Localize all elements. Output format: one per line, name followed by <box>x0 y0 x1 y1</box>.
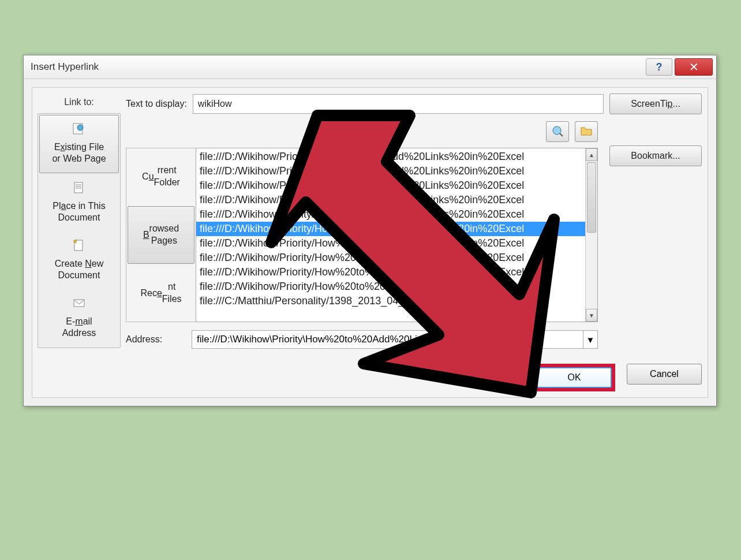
file-item[interactable]: file:///D:/Wikihow/Priority/How%20to%20A… <box>196 193 585 207</box>
link-to-column: Link to: Existing Fileor Web Page Place … <box>38 94 120 391</box>
scroll-track[interactable] <box>586 161 597 309</box>
file-item[interactable]: file:///D:/Wikihow/Priority/How%20to%20A… <box>196 279 585 294</box>
close-icon: ✕ <box>689 60 699 74</box>
link-opt-label: Create NewDocument <box>55 258 103 281</box>
scroll-thumb[interactable] <box>587 162 596 233</box>
file-list-container: file:///D:/Wikihow/Priority/How%20to%20A… <box>196 148 598 322</box>
dialog-title: Insert Hyperlink <box>31 61 99 73</box>
address-dropdown-button[interactable]: ▼ <box>583 331 597 348</box>
bookmark-button[interactable]: Bookmark... <box>609 145 702 166</box>
insert-hyperlink-dialog: Insert Hyperlink ? ✕ Link to: Existin <box>23 55 717 406</box>
lookin-and-side-row: CurrentFolder BrowsedPages RecentFiles f… <box>126 120 702 349</box>
web-page-icon <box>72 122 86 138</box>
side-buttons-col: Bookmark... <box>604 120 702 166</box>
address-row: Address: ▼ <box>126 330 598 349</box>
text-to-display-input[interactable] <box>193 94 604 114</box>
new-document-icon <box>72 239 86 255</box>
link-opt-place-in-doc[interactable]: Place in ThisDocument <box>38 174 120 232</box>
chevron-down-icon: ▼ <box>586 335 595 345</box>
address-input[interactable] <box>192 331 583 348</box>
titlebar-buttons: ? ✕ <box>646 55 716 79</box>
svg-point-5 <box>553 126 561 135</box>
scroll-down-button[interactable]: ▼ <box>586 309 597 322</box>
globe-search-icon <box>551 125 564 139</box>
browse-tabs: CurrentFolder BrowsedPages RecentFiles <box>126 148 196 322</box>
main-column: Text to display: ScreenTip... <box>126 94 702 391</box>
link-opt-existing-file[interactable]: Existing Fileor Web Page <box>39 115 119 173</box>
browse-area: CurrentFolder BrowsedPages RecentFiles f… <box>126 148 598 322</box>
svg-rect-2 <box>74 182 83 193</box>
help-icon: ? <box>656 61 663 73</box>
link-opt-label: Existing Fileor Web Page <box>52 141 106 165</box>
file-item[interactable]: file:///D:/Wikihow/Priority/How%20to%20A… <box>196 178 585 193</box>
scroll-up-button[interactable]: ▲ <box>586 148 597 161</box>
text-to-display-label: Text to display: <box>126 99 187 109</box>
dialog-body: Link to: Existing Fileor Web Page Place … <box>24 79 716 406</box>
close-button[interactable]: ✕ <box>675 58 713 76</box>
ok-highlight: OK <box>533 364 615 391</box>
file-item[interactable]: file:///C:/Matthiu/Personality/1398_2013… <box>196 294 585 308</box>
file-item[interactable]: file:///D:/Wikihow/Priority/How%20to%20A… <box>196 150 585 164</box>
svg-point-1 <box>77 125 83 130</box>
tab-recent-files[interactable]: RecentFiles <box>126 265 196 322</box>
link-to-group: Existing Fileor Web Page Place in ThisDo… <box>38 113 121 348</box>
scrollbar[interactable]: ▲ ▼ <box>585 148 597 322</box>
help-button[interactable]: ? <box>646 58 672 76</box>
file-item[interactable]: file:///D:/Wikihow/Priority/How%20to%20A… <box>196 164 585 178</box>
file-item[interactable]: file:///D:/Wikihow/Priority/How%20to%20A… <box>196 251 585 265</box>
inner-frame: Link to: Existing Fileor Web Page Place … <box>32 87 708 398</box>
tab-current-folder[interactable]: CurrentFolder <box>126 148 196 205</box>
file-list[interactable]: file:///D:/Wikihow/Priority/How%20to%20A… <box>196 148 585 322</box>
text-to-display-row: Text to display: ScreenTip... <box>126 94 702 114</box>
link-opt-email[interactable]: E-mailAddress <box>38 290 120 348</box>
tab-browsed-pages[interactable]: BrowsedPages <box>128 206 194 264</box>
file-item[interactable]: file:///D:/Wikihow/Priority/How%20to%20A… <box>196 265 585 279</box>
address-label: Address: <box>126 334 184 345</box>
address-input-wrap: ▼ <box>192 330 598 349</box>
link-opt-label: Place in ThisDocument <box>53 200 105 223</box>
document-place-icon <box>72 181 86 197</box>
link-to-label: Link to: <box>64 94 94 113</box>
link-opt-create-new[interactable]: Create NewDocument <box>38 232 120 290</box>
file-item[interactable]: file:///D:/Wikihow/Priority/How%20to%20A… <box>196 236 585 251</box>
ok-button[interactable]: OK <box>537 367 612 388</box>
file-item[interactable]: file:///D:/Wikihow/Priority/How%20to%20A… <box>196 207 585 222</box>
action-buttons-row: OK Cancel <box>126 354 702 391</box>
cancel-button[interactable]: Cancel <box>627 364 702 384</box>
screentip-button[interactable]: ScreenTip... <box>609 94 702 114</box>
lookin-toolbar <box>126 120 598 143</box>
browse-web-button[interactable] <box>546 121 569 142</box>
email-icon <box>72 297 86 312</box>
link-opt-label: E-mailAddress <box>62 316 96 339</box>
browse-folder-button[interactable] <box>575 121 598 142</box>
titlebar: Insert Hyperlink ? ✕ <box>24 55 716 79</box>
file-item[interactable]: file:///D:/Wikihow/Priority/How%20to%20A… <box>196 222 585 236</box>
folder-icon <box>580 125 593 139</box>
